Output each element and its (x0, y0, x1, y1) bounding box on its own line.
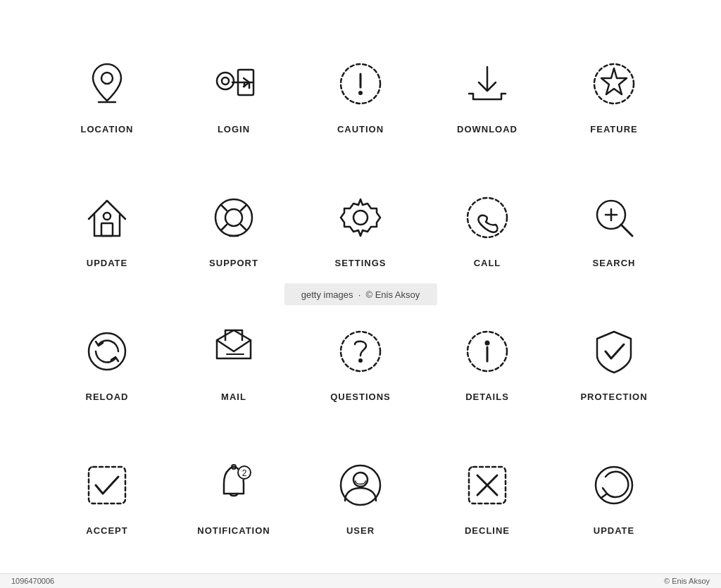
notification-icon: 2 (202, 453, 265, 517)
icon-cell-location: LOCATION (44, 27, 170, 161)
icon-cell-questions: QUESTIONS (297, 294, 424, 428)
download-icon (456, 52, 519, 115)
reload-label: RELOAD (86, 392, 129, 402)
svg-line-20 (222, 206, 227, 211)
svg-point-44 (341, 465, 380, 505)
icon-cell-call: CALL (424, 161, 551, 294)
icon-cell-protection: PROTECTION (551, 294, 677, 428)
svg-point-34 (341, 332, 380, 371)
protection-icon (582, 320, 646, 383)
svg-text:2: 2 (242, 468, 247, 478)
questions-icon (329, 320, 392, 383)
caution-icon (329, 52, 392, 115)
reload-icon (75, 320, 139, 383)
user-label: USER (346, 525, 375, 536)
search-label: SEARCH (593, 258, 636, 268)
decline-label: DECLINE (465, 525, 510, 536)
svg-point-10 (359, 92, 362, 94)
icon-cell-settings: SETTINGS (297, 161, 424, 294)
icon-cell-details: DETAILS (424, 294, 551, 428)
svg-line-22 (241, 206, 246, 211)
update-home-label: UPDATE (87, 258, 127, 268)
svg-rect-39 (89, 467, 125, 503)
login-icon (202, 52, 265, 115)
location-icon (75, 52, 139, 115)
icon-cell-caution: CAUTION (297, 27, 424, 161)
settings-label: SETTINGS (334, 258, 386, 268)
mail-icon (202, 320, 265, 383)
svg-point-18 (215, 199, 252, 236)
icon-cell-login: LOGIN (170, 27, 297, 161)
notification-label: NOTIFICATION (197, 525, 270, 536)
questions-label: QUESTIONS (330, 392, 391, 402)
download-label: DOWNLOAD (457, 124, 518, 135)
update2-label: UPDATE (594, 525, 634, 536)
icon-cell-notification: 2 NOTIFICATION (170, 428, 297, 562)
icon-cell-download: DOWNLOAD (424, 27, 551, 161)
svg-point-37 (486, 342, 489, 345)
svg-point-17 (104, 213, 111, 220)
call-icon (456, 186, 519, 249)
accept-label: ACCEPT (86, 525, 127, 536)
icon-cell-accept: ACCEPT (44, 428, 170, 562)
feature-icon (582, 52, 646, 115)
svg-point-31 (89, 333, 125, 370)
feature-label: FEATURE (590, 124, 637, 135)
icon-cell-decline: DECLINE (424, 428, 551, 562)
stock-id: 1096470006 (11, 577, 54, 585)
decline-icon (456, 453, 519, 517)
icon-cell-update2: UPDATE (551, 428, 677, 562)
protection-label: PROTECTION (580, 392, 647, 402)
call-label: CALL (474, 258, 501, 268)
user-icon (329, 453, 392, 517)
svg-line-23 (222, 225, 227, 230)
settings-icon (329, 186, 392, 249)
svg-line-28 (621, 225, 632, 236)
location-label: LOCATION (81, 124, 134, 135)
svg-point-3 (222, 77, 229, 85)
accept-icon (75, 453, 139, 517)
author-credit: © Enis Aksoy (664, 577, 710, 585)
svg-marker-15 (601, 68, 627, 94)
update2-icon (582, 453, 646, 517)
icon-cell-update-home: UPDATE (44, 161, 170, 294)
caution-label: CAUTION (337, 124, 384, 135)
svg-point-2 (217, 73, 234, 89)
svg-point-0 (101, 73, 113, 84)
search-icon (582, 186, 646, 249)
svg-line-21 (241, 225, 246, 230)
bottom-bar: 1096470006 © Enis Aksoy (0, 573, 721, 588)
icon-cell-feature: FEATURE (551, 27, 677, 161)
update-home-icon (75, 186, 139, 249)
icon-cell-reload: RELOAD (44, 294, 170, 428)
svg-rect-16 (101, 223, 113, 236)
mail-label: MAIL (221, 392, 246, 402)
support-icon (202, 186, 265, 249)
svg-point-25 (353, 211, 368, 225)
details-label: DETAILS (465, 392, 509, 402)
icon-cell-search: SEARCH (551, 161, 677, 294)
icon-cell-user: USER (297, 428, 424, 562)
support-label: SUPPORT (209, 258, 258, 268)
svg-point-35 (359, 359, 362, 362)
svg-point-19 (225, 209, 242, 226)
details-icon (456, 320, 519, 383)
icon-cell-support: SUPPORT (170, 161, 297, 294)
login-label: LOGIN (218, 124, 250, 135)
icons-grid: LOCATION LOGIN (30, 13, 691, 576)
icon-cell-mail: MAIL (170, 294, 297, 428)
